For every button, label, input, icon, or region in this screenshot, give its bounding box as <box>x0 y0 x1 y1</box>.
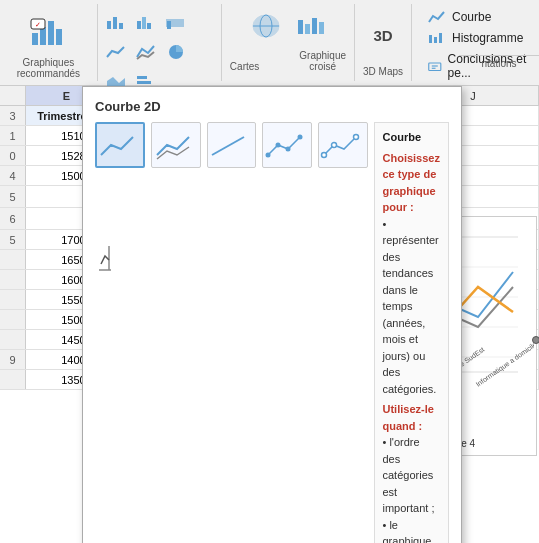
col-chart-3-button[interactable] <box>162 8 190 36</box>
courbe-bullet2b: • le graphique comporte un grand nombre … <box>383 519 436 544</box>
courbe2d-chart-row: Courbe Choisissez ce type de graphique p… <box>95 122 449 543</box>
svg-rect-25 <box>319 22 324 34</box>
histogramme-right-label: Histogramme <box>452 31 523 45</box>
chart-recommended-icon: ✓ <box>30 13 66 49</box>
courbe2d-section-title: Courbe 2D <box>95 99 449 114</box>
col-chart-2-button[interactable] <box>132 8 160 36</box>
svg-rect-13 <box>167 21 171 29</box>
courbe-highlight2: Utilisez-le quand : <box>383 403 434 432</box>
conclusions-right-icon <box>428 59 442 73</box>
ribbon-section-chart-types <box>98 4 222 81</box>
svg-rect-0 <box>32 33 38 45</box>
row-num-cell <box>0 310 26 329</box>
courbe-right-label: Courbe <box>452 10 491 24</box>
graphiques-recommandes-button[interactable]: ✓ <box>22 6 74 55</box>
row-num-cell <box>0 270 26 289</box>
svg-rect-9 <box>137 21 141 29</box>
courbe-right-item[interactable]: Courbe <box>424 8 531 26</box>
svg-rect-22 <box>298 20 303 34</box>
svg-point-55 <box>353 135 358 140</box>
chart-icons-row <box>102 8 217 96</box>
courbe-marked-thumb[interactable] <box>262 122 312 168</box>
col-chart-1-button[interactable] <box>102 8 130 36</box>
svg-rect-27 <box>434 37 437 43</box>
row-num-cell: 0 <box>0 146 26 165</box>
row-num-cell: 4 <box>0 166 26 185</box>
svg-point-53 <box>321 153 326 158</box>
ribbon-section-cartes: Cartes Graphique croisé <box>222 4 355 81</box>
courbe-info-box: Courbe Choisissez ce type de graphique p… <box>374 122 449 543</box>
svg-rect-2 <box>48 21 54 45</box>
svg-rect-28 <box>439 33 442 43</box>
svg-rect-11 <box>147 23 151 29</box>
courbe-info-line1: Choisissez ce type de graphique pour : •… <box>383 150 440 398</box>
svg-rect-10 <box>142 17 146 29</box>
courbe-simple-thumb[interactable] <box>95 122 145 168</box>
line-chart-2-button[interactable] <box>132 38 160 66</box>
ribbon-section-graphiques: ✓ Graphiques recommandés <box>0 4 98 81</box>
histogramme-right-icon <box>428 31 446 45</box>
row-num-cell: 9 <box>0 350 26 369</box>
svg-rect-8 <box>119 23 123 29</box>
ribbon: ✓ Graphiques recommandés <box>0 0 539 86</box>
row-num-cell: 5 <box>0 186 26 207</box>
svg-rect-24 <box>312 18 317 34</box>
svg-rect-6 <box>107 21 111 29</box>
svg-rect-3 <box>56 29 62 45</box>
courbe-right-icon <box>428 10 446 24</box>
svg-text:Informatique a domicile: Informatique a domicile <box>475 341 534 389</box>
3d-icon: 3D <box>373 27 392 44</box>
resize-handle-right[interactable] <box>532 336 539 344</box>
courbe-bullet2a: • l'ordre des catégories est important ; <box>383 436 435 514</box>
cartes-label: Cartes <box>230 59 259 72</box>
graphique-croise-label: Graphique croisé <box>299 48 346 72</box>
svg-rect-7 <box>113 17 117 29</box>
svg-point-51 <box>286 147 291 152</box>
svg-rect-29 <box>429 63 441 71</box>
row-num-header <box>0 86 26 105</box>
courbe-bullet1: • représenter des tendances dans le temp… <box>383 218 439 395</box>
svg-line-48 <box>212 137 244 155</box>
row-num-cell <box>0 250 26 269</box>
row-num-cell <box>0 370 26 389</box>
row-num-cell <box>0 290 26 309</box>
courbe-filled-thumb[interactable] <box>207 122 257 168</box>
courbe-marked2-thumb[interactable] <box>318 122 368 168</box>
row-num-cell: 6 <box>0 208 26 229</box>
svg-rect-16 <box>137 76 147 79</box>
ribbon-section-3d: 3D 3D Maps <box>355 4 412 81</box>
pie-chart-button[interactable] <box>162 38 190 66</box>
svg-rect-17 <box>137 81 151 84</box>
cartes-button[interactable] <box>246 6 286 46</box>
row-num-cell: 3 <box>0 106 26 125</box>
row-num-cell <box>0 330 26 349</box>
svg-text:✓: ✓ <box>35 21 41 28</box>
3d-button[interactable]: 3D <box>363 8 403 64</box>
row-num-cell: 1 <box>0 126 26 145</box>
3d-label: 3D Maps <box>363 64 403 77</box>
svg-rect-23 <box>305 24 310 34</box>
dropdown-panel: Courbe 2D <box>82 86 462 543</box>
histogramme-right-item[interactable]: Histogramme <box>424 29 531 47</box>
graphique-croise-button[interactable] <box>290 6 330 46</box>
svg-point-50 <box>276 143 281 148</box>
courbe-axis-icon <box>95 242 113 281</box>
courbe-info-line2: Utilisez-le quand : • l'ordre des catégo… <box>383 401 440 543</box>
svg-rect-26 <box>429 35 432 43</box>
svg-point-52 <box>298 135 303 140</box>
row-num-cell: 5 <box>0 230 26 249</box>
svg-point-54 <box>331 143 336 148</box>
courbe-info-title: Courbe <box>383 129 440 146</box>
line-chart-1-button[interactable] <box>102 38 130 66</box>
graphiques-recommandes-label: Graphiques recommandés <box>6 55 91 79</box>
svg-rect-1 <box>40 27 46 45</box>
svg-point-49 <box>266 153 271 158</box>
courbe-highlight1: Choisissez ce type de graphique pour : <box>383 152 440 214</box>
courbe-stacked-thumb[interactable] <box>151 122 201 168</box>
presentations-label: ntations <box>459 55 539 69</box>
